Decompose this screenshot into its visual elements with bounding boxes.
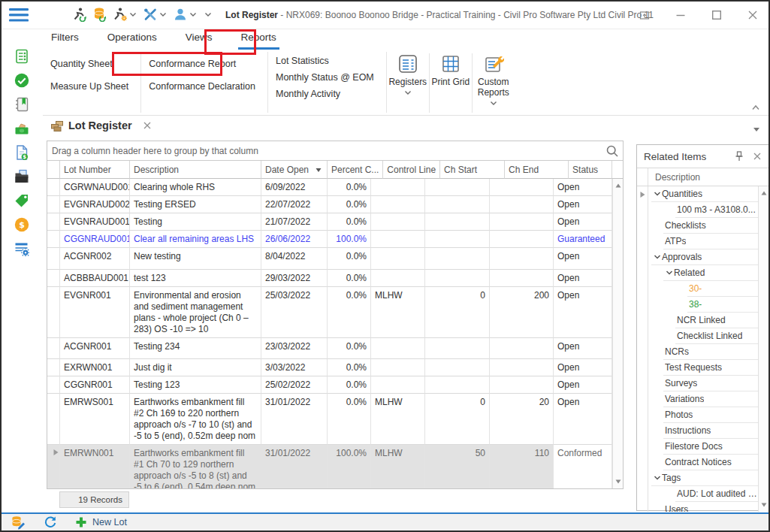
sidebar-button-notebook[interactable] bbox=[14, 96, 32, 114]
cell-status[interactable]: Open bbox=[554, 394, 612, 445]
cell-che[interactable] bbox=[490, 231, 554, 248]
cell-ctl[interactable] bbox=[371, 338, 425, 359]
table-row-cgrwnaud001[interactable]: CGRWNAUD001Clearing whole RHS6/09/20220.… bbox=[47, 179, 623, 196]
cell-ctl[interactable] bbox=[371, 248, 425, 270]
cell-lot[interactable]: ACBBBAUD001 bbox=[60, 270, 130, 287]
tree-item-ncr-linked[interactable]: NCR Linked bbox=[637, 313, 768, 328]
tree-item-contract-notices[interactable]: Contract Notices bbox=[637, 455, 768, 470]
ribbon-item-conformance-declaration[interactable]: Conformance Declaration bbox=[144, 75, 260, 98]
cell-status[interactable]: Open bbox=[554, 248, 612, 270]
cell-che[interactable] bbox=[490, 338, 554, 359]
cell-date[interactable]: 31/01/2022 bbox=[261, 394, 328, 445]
cell-pct[interactable]: 0.0% bbox=[328, 394, 371, 445]
pin-icon[interactable] bbox=[733, 150, 745, 162]
cell-desc[interactable]: Clearing whole RHS bbox=[130, 179, 261, 196]
cell-chs[interactable] bbox=[425, 376, 490, 394]
cell-ctl[interactable] bbox=[371, 196, 425, 213]
cell-pct[interactable]: 0.0% bbox=[328, 270, 371, 287]
cell-desc[interactable]: Testing bbox=[130, 213, 261, 231]
cell-chs[interactable] bbox=[425, 196, 490, 213]
cell-date[interactable]: 25/02/2022 bbox=[261, 376, 328, 394]
cell-chs[interactable] bbox=[425, 179, 490, 196]
cell-chs[interactable]: 0 bbox=[425, 287, 490, 338]
cell-pct[interactable]: 0.0% bbox=[328, 213, 371, 231]
tree-vertical-scrollbar[interactable] bbox=[758, 186, 768, 512]
qat-button-database-refresh[interactable] bbox=[92, 7, 107, 22]
cell-date[interactable]: 25/03/2022 bbox=[261, 287, 328, 338]
hamburger-menu-icon[interactable] bbox=[9, 8, 29, 22]
cell-chs[interactable] bbox=[425, 248, 490, 270]
cell-che[interactable] bbox=[490, 359, 554, 376]
cell-desc[interactable]: New testing bbox=[130, 248, 261, 270]
expander-chevron-icon[interactable] bbox=[653, 189, 662, 198]
cell-ctl[interactable] bbox=[371, 270, 425, 287]
cell-status[interactable]: Open bbox=[554, 338, 612, 359]
sidebar-button-money-hand[interactable] bbox=[14, 120, 32, 138]
cell-che[interactable]: 110 bbox=[490, 445, 554, 488]
cell-che[interactable] bbox=[490, 376, 554, 394]
cell-status[interactable]: Open bbox=[554, 359, 612, 376]
tree-item-users[interactable]: Users bbox=[637, 502, 768, 512]
cell-che[interactable] bbox=[490, 248, 554, 270]
minimize-button[interactable] bbox=[674, 8, 687, 22]
edit-data-icon[interactable] bbox=[11, 515, 26, 530]
cell-lot[interactable]: EMRWS001 bbox=[60, 394, 130, 445]
cell-pct[interactable]: 0.0% bbox=[328, 248, 371, 270]
cell-desc[interactable]: test 123 bbox=[130, 270, 261, 287]
table-row-emrws001[interactable]: EMRWS001Earthworks embankment fill #2 Ch… bbox=[47, 394, 623, 445]
qat-button-person-gear[interactable] bbox=[113, 7, 137, 22]
ribbon-item-conformance-report[interactable]: Conformance Report bbox=[144, 53, 260, 75]
cell-lot[interactable]: ACGNR001 bbox=[60, 338, 130, 359]
tree-item-ncrs[interactable]: NCRs bbox=[637, 344, 768, 360]
table-row-evgnr001[interactable]: EVGNR001Environmental and erosion and se… bbox=[47, 287, 623, 338]
cell-chs[interactable]: 50 bbox=[425, 445, 490, 488]
qat-button-tools[interactable] bbox=[143, 7, 168, 22]
column-header-control-line[interactable]: Control Line bbox=[383, 161, 440, 179]
cell-ctl[interactable]: MLHW bbox=[371, 287, 425, 338]
cell-ctl[interactable] bbox=[371, 359, 425, 376]
tab-lot-register[interactable]: Lot Register bbox=[50, 119, 152, 132]
cell-status[interactable]: Open bbox=[554, 213, 612, 231]
cell-date[interactable]: 3/03/2022 bbox=[261, 359, 328, 376]
float-window-button[interactable] bbox=[638, 8, 651, 22]
cell-ctl[interactable] bbox=[371, 213, 425, 231]
column-header-percent-c[interactable]: Percent C... bbox=[328, 161, 383, 179]
cell-lot[interactable]: EMRWN001 bbox=[60, 445, 130, 488]
ribbon-item-quantity-sheet[interactable]: Quantity Sheet bbox=[46, 53, 133, 75]
cell-pct[interactable]: 0.0% bbox=[328, 287, 371, 338]
group-by-panel[interactable]: Drag a column header here to group by th… bbox=[47, 141, 623, 161]
ribbon-item-lot-statistics[interactable]: Lot Statistics bbox=[271, 53, 379, 69]
table-row-evgnraud002[interactable]: EVGNRAUD002Testing ERSED22/07/20220.0%Op… bbox=[47, 196, 623, 213]
cell-date[interactable]: 6/09/2022 bbox=[261, 179, 328, 196]
cell-desc[interactable]: Earthworks embankment fill #2 Ch 169 to … bbox=[130, 394, 261, 445]
cell-chs[interactable] bbox=[425, 338, 490, 359]
expander-chevron-icon[interactable] bbox=[665, 268, 674, 277]
cell-che[interactable] bbox=[490, 196, 554, 213]
ribbon-button-print-grid[interactable]: Print Grid bbox=[430, 51, 472, 115]
cell-ctl[interactable]: MLHW bbox=[371, 445, 425, 488]
cell-status[interactable]: Open bbox=[554, 179, 612, 196]
cell-desc[interactable]: Testing 234 bbox=[130, 338, 261, 359]
cell-status[interactable]: Guaranteed bbox=[554, 231, 612, 248]
tree-item-aud-lot-audited-b[interactable]: AUD: Lot audited b... bbox=[637, 486, 768, 502]
cell-lot[interactable]: CGRWNAUD001 bbox=[60, 179, 130, 196]
sidebar-button-table-gear[interactable] bbox=[14, 240, 32, 258]
table-row-cggnraud001[interactable]: CGGNRAUD001Clear all remaining areas LHS… bbox=[47, 231, 623, 248]
panel-close-icon[interactable] bbox=[753, 152, 762, 161]
cell-pct[interactable]: 0.0% bbox=[328, 196, 371, 213]
cell-ctl[interactable]: MLHW bbox=[371, 394, 425, 445]
scroll-up-icon[interactable] bbox=[759, 189, 768, 198]
tab-close-icon[interactable] bbox=[143, 121, 152, 130]
tree-item-quantities[interactable]: Quantities bbox=[637, 186, 768, 202]
ribbon-item-monthly-status-eom[interactable]: Monthly Status @ EOM bbox=[271, 69, 379, 86]
scroll-down-icon[interactable] bbox=[759, 500, 768, 509]
ribbon-tab-reports[interactable]: Reports bbox=[238, 29, 279, 50]
cell-pct[interactable]: 0.0% bbox=[328, 359, 371, 376]
sidebar-button-check-circle[interactable] bbox=[14, 72, 32, 90]
column-header-description[interactable]: Description bbox=[130, 161, 261, 179]
qat-button-dropdown-only[interactable] bbox=[203, 10, 213, 19]
cell-chs[interactable] bbox=[425, 213, 490, 231]
ribbon-tab-operations[interactable]: Operations bbox=[104, 29, 160, 50]
tree-item-38[interactable]: 38- bbox=[637, 297, 768, 313]
cell-date[interactable]: 21/07/2022 bbox=[261, 213, 328, 231]
